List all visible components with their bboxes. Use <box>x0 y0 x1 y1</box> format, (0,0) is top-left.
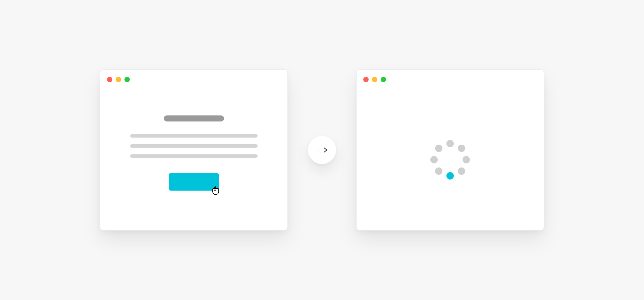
arrow-right-icon <box>316 147 328 153</box>
close-icon[interactable] <box>107 77 112 82</box>
diagram-stage <box>60 69 584 231</box>
body-line <box>130 134 258 138</box>
content-area <box>357 89 544 230</box>
body-line <box>130 144 258 148</box>
spinner-dot <box>458 167 465 175</box>
spinner-dot <box>435 145 442 152</box>
heading-placeholder <box>164 115 224 121</box>
transition-arrow <box>308 136 336 164</box>
browser-window-after <box>356 69 544 231</box>
spinner-dot <box>446 172 454 180</box>
content-area <box>100 89 287 230</box>
minimize-icon[interactable] <box>372 77 377 82</box>
spinner-dot <box>435 167 442 175</box>
maximize-icon[interactable] <box>381 77 386 82</box>
pointer-cursor-icon <box>211 186 220 195</box>
spinner-dot <box>430 156 438 163</box>
spinner-dot <box>446 140 454 147</box>
cta-button[interactable] <box>169 173 219 191</box>
browser-window-before <box>100 69 288 231</box>
spinner-dot <box>458 145 465 152</box>
maximize-icon[interactable] <box>124 77 130 82</box>
spinner-dot <box>463 156 470 163</box>
minimize-icon[interactable] <box>116 77 121 82</box>
titlebar <box>357 70 544 89</box>
loading-spinner-icon <box>430 140 470 180</box>
close-icon[interactable] <box>363 77 369 82</box>
body-line <box>130 154 258 158</box>
titlebar <box>100 70 287 89</box>
